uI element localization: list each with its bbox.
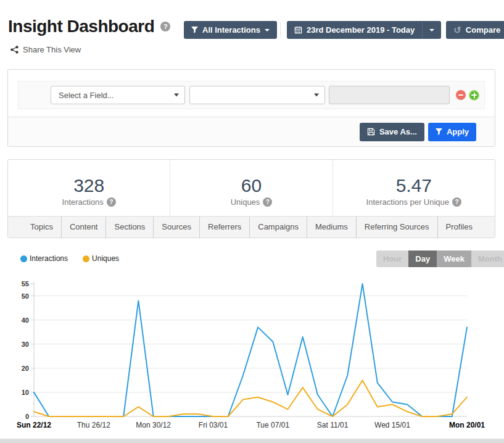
page-bottom-strip — [0, 439, 504, 443]
share-link-label: Share This View — [23, 45, 81, 54]
header-actions: All Interactions 23rd December 2019 - To… — [184, 21, 504, 39]
date-range-group: 23rd December 2019 - Today — [287, 21, 441, 39]
uniques-series-dot-icon — [83, 255, 89, 262]
page-title: Insight Dashboard — [8, 17, 154, 36]
interval-day-button[interactable]: Day — [408, 250, 437, 267]
tab-content[interactable]: Content — [61, 217, 106, 238]
share-view-link[interactable]: Share This View — [10, 45, 81, 54]
compare-button[interactable]: ↺ Compare — [446, 21, 504, 39]
help-icon[interactable]: ? — [452, 197, 461, 207]
filter-footer: Save As... Apply — [8, 117, 495, 146]
tab-referring-sources[interactable]: Referring Sources — [356, 217, 437, 238]
chevron-down-icon — [314, 94, 319, 97]
tab-mediums[interactable]: Mediums — [307, 217, 356, 238]
interactions-series-dot-icon — [20, 255, 27, 262]
legend-label: Interactions — [30, 254, 68, 263]
svg-text:Tue 07/01: Tue 07/01 — [256, 421, 289, 429]
svg-text:Fri 03/01: Fri 03/01 — [199, 421, 228, 429]
chart-legend: Interactions Uniques — [20, 254, 119, 263]
filter-panel: Select a Field... Save As... Apply — [7, 69, 495, 147]
svg-text:Sat 11/01: Sat 11/01 — [317, 421, 349, 429]
legend-item-interactions[interactable]: Interactions — [20, 254, 68, 263]
tab-referrers[interactable]: Referrers — [199, 217, 249, 238]
interval-month-button: Month — [471, 250, 504, 267]
stat-value: 60 — [241, 175, 262, 196]
svg-text:20: 20 — [22, 365, 29, 372]
chevron-down-icon — [429, 29, 434, 31]
tab-topics[interactable]: Topics — [22, 217, 61, 238]
operator-select[interactable] — [189, 86, 325, 104]
svg-text:Wed 15/01: Wed 15/01 — [374, 421, 410, 429]
apply-button[interactable]: Apply — [428, 123, 476, 141]
save-icon — [367, 128, 375, 136]
svg-text:40: 40 — [22, 317, 29, 324]
svg-text:0: 0 — [25, 413, 29, 420]
dimension-tabs: Topics Content Sections Sources Referrer… — [8, 216, 495, 238]
calendar-icon — [294, 26, 302, 34]
filter-funnel-icon — [436, 128, 442, 135]
svg-text:30: 30 — [22, 341, 29, 348]
svg-text:50: 50 — [22, 292, 29, 300]
add-condition-button[interactable] — [469, 90, 479, 101]
chevron-down-icon — [174, 94, 179, 97]
filter-rule-row: Select a Field... — [18, 81, 485, 109]
field-select[interactable]: Select a Field... — [51, 86, 185, 104]
help-icon[interactable]: ? — [263, 197, 272, 207]
all-interactions-filter-button[interactable]: All Interactions — [184, 21, 277, 39]
interval-hour-button: Hour — [376, 250, 408, 267]
compare-history-icon: ↺ — [453, 25, 461, 35]
filter-funnel-icon — [191, 27, 198, 33]
interval-toggle-group: Hour Day Week Month — [376, 250, 504, 267]
date-range-label: 23rd December 2019 - Today — [307, 25, 415, 35]
stats-row: 328 Interactions ? 60 Uniques ? 5.47 Int… — [8, 160, 495, 217]
help-icon[interactable]: ? — [160, 22, 170, 31]
svg-text:10: 10 — [22, 389, 29, 396]
save-as-button[interactable]: Save As... — [360, 123, 424, 141]
filter-value-input[interactable] — [329, 86, 450, 104]
apply-label: Apply — [447, 127, 469, 136]
tab-sections[interactable]: Sections — [105, 217, 153, 238]
stat-label: Uniques — [231, 197, 260, 207]
svg-text:Sun 22/12: Sun 22/12 — [17, 421, 51, 429]
svg-text:Mon 30/12: Mon 30/12 — [136, 421, 171, 429]
stat-uniques: 60 Uniques ? — [170, 160, 333, 217]
legend-item-uniques[interactable]: Uniques — [83, 254, 119, 263]
header-divider — [280, 22, 281, 38]
chevron-down-icon — [265, 29, 270, 31]
svg-text:55: 55 — [22, 280, 29, 288]
stat-interactions-per-unique: 5.47 Interactions per Unique ? — [333, 160, 495, 217]
stats-panel: 328 Interactions ? 60 Uniques ? 5.47 Int… — [7, 159, 495, 238]
compare-button-label: Compare — [466, 25, 500, 35]
legend-label: Uniques — [92, 254, 119, 263]
timeseries-chart: 0102030405055Sun 22/12Thu 26/12Mon 30/12… — [0, 275, 504, 436]
page-header: Insight Dashboard ? — [8, 17, 170, 36]
tab-campaigns[interactable]: Campaigns — [249, 217, 307, 238]
interactions-line — [34, 284, 467, 416]
save-as-label: Save As... — [379, 127, 417, 136]
date-range-button[interactable]: 23rd December 2019 - Today — [287, 21, 422, 39]
uniques-line — [34, 380, 467, 416]
help-icon[interactable]: ? — [107, 197, 116, 207]
tab-profiles[interactable]: Profiles — [437, 217, 481, 238]
stat-interactions: 328 Interactions ? — [8, 160, 170, 217]
share-icon — [10, 46, 19, 54]
date-range-dropdown-button[interactable] — [422, 21, 441, 39]
stat-label: Interactions — [62, 197, 104, 207]
interval-week-button[interactable]: Week — [437, 250, 471, 267]
remove-condition-button[interactable] — [456, 90, 466, 100]
stat-value: 5.47 — [396, 175, 432, 196]
tab-sources[interactable]: Sources — [153, 217, 199, 238]
stat-label: Interactions per Unique — [366, 197, 449, 207]
filter-button-label: All Interactions — [202, 25, 260, 35]
stat-value: 328 — [73, 175, 104, 196]
field-select-value: Select a Field... — [59, 91, 114, 100]
svg-text:Mon 20/01: Mon 20/01 — [449, 421, 485, 429]
svg-text:Thu 26/12: Thu 26/12 — [77, 421, 110, 429]
